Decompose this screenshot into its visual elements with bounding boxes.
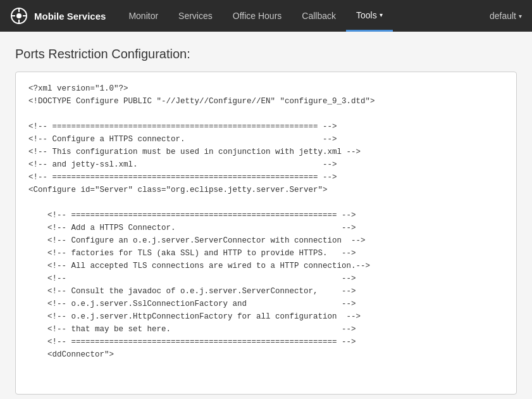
svg-point-1 <box>16 13 22 18</box>
code-line: <!-- This configuration must be used in … <box>28 146 504 158</box>
code-line: <!DOCTYPE Configure PUBLIC "-//Jetty//Co… <box>28 95 504 108</box>
nav-links: Monitor Services Office Hours Callback T… <box>118 0 490 32</box>
code-line: <!-- o.e.j.server.SslConnectionFactory a… <box>28 298 504 310</box>
default-chevron-icon: ▾ <box>519 13 522 20</box>
nav-tools[interactable]: Tools ▾ <box>346 0 393 32</box>
code-block: <?xml version="1.0"?><!DOCTYPE Configure… <box>28 82 504 361</box>
code-line: <!-- ===================================… <box>28 209 504 222</box>
code-line: <!-- Consult the javadoc of o.e.j.server… <box>28 285 504 298</box>
code-line <box>28 196 504 209</box>
code-line: <!-- and jetty-ssl.xml. --> <box>28 158 504 171</box>
code-line: <!-- ===================================… <box>28 171 504 184</box>
code-line: <!-- Configure a HTTPS connector. --> <box>28 133 504 146</box>
code-container[interactable]: <?xml version="1.0"?><!DOCTYPE Configure… <box>15 72 517 395</box>
code-line: <?xml version="1.0"?> <box>28 82 504 95</box>
code-line: <!-- ===================================… <box>28 120 504 133</box>
code-line: <!-- ===================================… <box>28 336 504 348</box>
nav-monitor[interactable]: Monitor <box>118 0 168 32</box>
nav-default[interactable]: default ▾ <box>490 11 522 21</box>
brand: Mobile Services <box>10 7 106 25</box>
code-line: <!-- o.e.j.server.HttpConnectionFactory … <box>28 310 504 323</box>
code-line: <!-- Configure an o.e.j.server.ServerCon… <box>28 234 504 247</box>
code-line: <!-- that may be set here. --> <box>28 323 504 336</box>
code-line <box>28 108 504 120</box>
code-line: <!-- --> <box>28 272 504 285</box>
tools-chevron-icon: ▾ <box>380 11 383 18</box>
main-content: Ports Restriction Configuration: <?xml v… <box>0 32 532 399</box>
mobile-services-icon <box>10 7 28 25</box>
nav-right: default ▾ <box>490 11 522 21</box>
code-line: <Configure id="Server" class="org.eclips… <box>28 184 504 196</box>
code-line: <!-- All accepted TLS connections are wi… <box>28 260 504 272</box>
nav-callback[interactable]: Callback <box>292 0 346 32</box>
code-line: <!-- factories for TLS (aka SSL) and HTT… <box>28 247 504 260</box>
code-line: <!-- Add a HTTPS Connector. --> <box>28 222 504 234</box>
code-line: <ddConnector"> <box>28 348 504 361</box>
brand-text: Mobile Services <box>34 11 106 22</box>
nav-services[interactable]: Services <box>168 0 223 32</box>
default-label: default <box>490 11 516 21</box>
nav-office-hours[interactable]: Office Hours <box>223 0 292 32</box>
page-title: Ports Restriction Configuration: <box>15 47 517 61</box>
navbar: Mobile Services Monitor Services Office … <box>0 0 532 32</box>
